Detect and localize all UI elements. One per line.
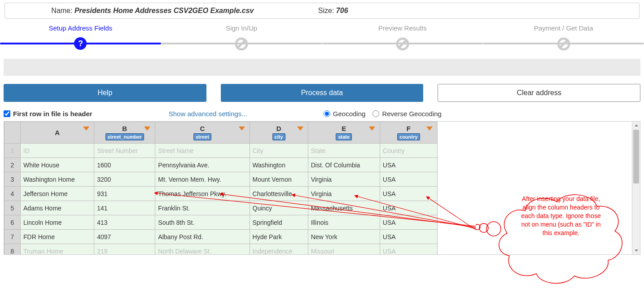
- column-header-b[interactable]: Bstreet_number: [94, 122, 155, 144]
- table-cell[interactable]: Dist. Of Columbia: [308, 158, 380, 172]
- table-row: 5Adams Home141Franklin St.QuincyMassachu…: [4, 201, 438, 215]
- table-cell[interactable]: North Delaware St.: [155, 244, 250, 255]
- table-cell[interactable]: USA: [380, 172, 437, 187]
- row-number: 1: [4, 144, 21, 158]
- table-cell[interactable]: Street Number: [94, 144, 155, 158]
- table-cell[interactable]: 141: [94, 201, 155, 215]
- data-table-container: ABstreet_numberCstreetDcityEstateFcountr…: [4, 121, 640, 255]
- table-cell[interactable]: Thomas Jefferson Pkwy.: [155, 187, 250, 201]
- column-dropdown-caret-icon[interactable]: [426, 127, 433, 131]
- help-button[interactable]: Help: [4, 84, 206, 102]
- table-cell[interactable]: Massachusetts: [308, 201, 380, 215]
- scroll-track[interactable]: [632, 130, 640, 246]
- table-cell[interactable]: USA: [380, 244, 437, 255]
- disabled-icon: [235, 37, 248, 51]
- column-letter: A: [55, 129, 60, 136]
- table-scroll[interactable]: ABstreet_numberCstreetDcityEstateFcountr…: [4, 122, 640, 254]
- table-cell[interactable]: 3200: [94, 172, 155, 187]
- column-header-e[interactable]: Estate: [308, 122, 380, 144]
- first-row-header-input[interactable]: [4, 110, 10, 117]
- row-number: 6: [4, 215, 21, 230]
- table-cell[interactable]: Lincoln Home: [21, 215, 94, 230]
- step-sign-in[interactable]: Sign In/Up: [161, 22, 322, 50]
- table-cell[interactable]: Springfield: [250, 215, 308, 230]
- step-setup-address[interactable]: Setup Address Fields ?: [0, 22, 161, 50]
- table-cell[interactable]: Franklin St.: [155, 201, 250, 215]
- table-cell[interactable]: Mt. Vernon Mem. Hwy.: [155, 172, 250, 187]
- table-row: 8Truman Home219North Delaware St.Indepen…: [4, 244, 438, 255]
- table-cell[interactable]: South 8th St.: [155, 215, 250, 230]
- table-cell[interactable]: USA: [380, 201, 437, 215]
- disabled-icon: [557, 37, 570, 51]
- table-cell[interactable]: City: [250, 144, 308, 158]
- vertical-scrollbar[interactable]: [632, 122, 640, 254]
- wizard-steps: Setup Address Fields ? Sign In/Up Previe…: [0, 22, 644, 50]
- first-row-header-checkbox[interactable]: First row in file is header: [4, 110, 92, 118]
- table-cell[interactable]: Quincy: [250, 201, 308, 215]
- table-cell[interactable]: USA: [380, 158, 437, 172]
- scroll-thumb[interactable]: [633, 130, 639, 184]
- scroll-down-button[interactable]: [632, 246, 640, 254]
- column-dropdown-caret-icon[interactable]: [144, 127, 150, 131]
- file-name-section: Name: Presidents Home Addresses CSV2GEO …: [14, 7, 291, 15]
- row-number: 3: [4, 172, 21, 187]
- table-cell[interactable]: 1600: [94, 158, 155, 172]
- table-cell[interactable]: Washington Home: [21, 172, 94, 187]
- table-row: 1IDStreet NumberStreet NameCityStateCoun…: [4, 144, 438, 158]
- reverse-geocoding-radio[interactable]: Reverse Geocoding: [372, 110, 442, 118]
- table-cell[interactable]: USA: [380, 215, 437, 230]
- table-cell[interactable]: Country: [380, 144, 437, 158]
- column-letter: C: [200, 125, 205, 132]
- step-label: Sign In/Up: [161, 24, 322, 32]
- column-dropdown-caret-icon[interactable]: [369, 127, 375, 131]
- step-preview[interactable]: Preview Results: [322, 22, 483, 50]
- table-cell[interactable]: Virginia: [308, 187, 380, 201]
- table-cell[interactable]: Jefferson Home: [21, 187, 94, 201]
- table-cell[interactable]: Charlottesville: [250, 187, 308, 201]
- table-cell[interactable]: Illinois: [308, 215, 380, 230]
- name-value: Presidents Home Addresses CSV2GEO Exampl…: [74, 7, 254, 14]
- table-cell[interactable]: FDR Home: [21, 230, 94, 244]
- process-data-button[interactable]: Process data: [221, 84, 424, 102]
- svg-line-1: [238, 40, 245, 48]
- column-tag: state: [336, 133, 352, 140]
- column-header-a[interactable]: A: [21, 122, 94, 144]
- step-payment[interactable]: Payment / Get Data: [483, 22, 644, 50]
- column-dropdown-caret-icon[interactable]: [239, 127, 245, 131]
- table-cell[interactable]: Independence: [250, 244, 308, 255]
- table-cell[interactable]: Truman Home: [21, 244, 94, 255]
- column-header-f[interactable]: Fcountry: [380, 122, 437, 144]
- table-cell[interactable]: 4097: [94, 230, 155, 244]
- table-cell[interactable]: ID: [21, 144, 94, 158]
- first-row-header-label: First row in file is header: [13, 110, 92, 118]
- row-number: 4: [4, 187, 21, 201]
- table-cell[interactable]: Virginia: [308, 172, 380, 187]
- file-info-box: Name: Presidents Home Addresses CSV2GEO …: [4, 3, 640, 19]
- table-cell[interactable]: USA: [380, 230, 437, 244]
- table-cell[interactable]: Washington: [250, 158, 308, 172]
- table-cell[interactable]: 413: [94, 215, 155, 230]
- table-cell[interactable]: Hyde Park: [250, 230, 308, 244]
- table-cell[interactable]: USA: [380, 187, 437, 201]
- table-cell[interactable]: 219: [94, 244, 155, 255]
- table-cell[interactable]: Albany Post Rd.: [155, 230, 250, 244]
- show-advanced-settings-link[interactable]: Show advanced settings...: [169, 110, 247, 118]
- row-number-header: [4, 122, 21, 144]
- table-cell[interactable]: Pennsylvania Ave.: [155, 158, 250, 172]
- table-cell[interactable]: State: [308, 144, 380, 158]
- column-header-d[interactable]: Dcity: [250, 122, 308, 144]
- scroll-up-button[interactable]: [632, 122, 640, 130]
- table-cell[interactable]: Missouri: [308, 244, 380, 255]
- table-row: 3Washington Home3200Mt. Vernon Mem. Hwy.…: [4, 172, 438, 187]
- table-cell[interactable]: Mount Vernon: [250, 172, 308, 187]
- table-cell[interactable]: Street Name: [155, 144, 250, 158]
- table-cell[interactable]: White House: [21, 158, 94, 172]
- column-header-c[interactable]: Cstreet: [155, 122, 250, 144]
- table-cell[interactable]: 931: [94, 187, 155, 201]
- column-dropdown-caret-icon[interactable]: [83, 127, 89, 131]
- geocoding-radio[interactable]: Geocoding: [324, 110, 366, 118]
- table-cell[interactable]: Adams Home: [21, 201, 94, 215]
- column-dropdown-caret-icon[interactable]: [297, 127, 303, 131]
- table-cell[interactable]: New York: [308, 230, 380, 244]
- clear-address-button[interactable]: Clear address: [438, 84, 640, 102]
